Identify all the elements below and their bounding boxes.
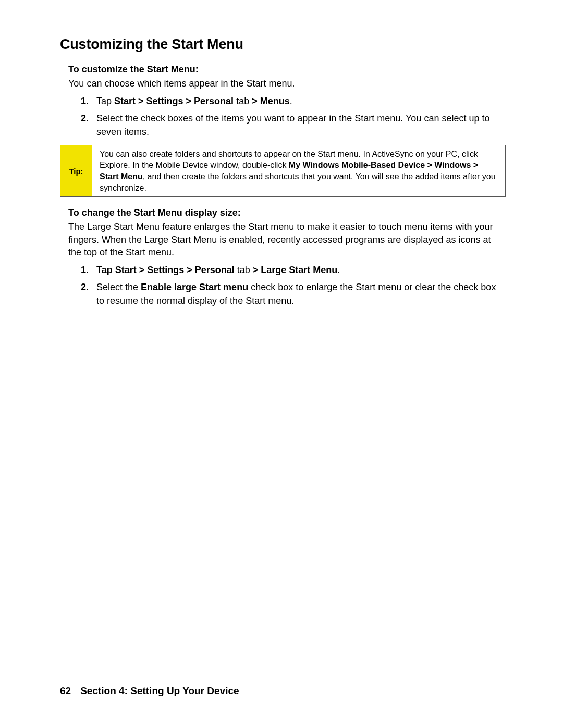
step-item: Select the check boxes of the items you … — [81, 112, 506, 138]
step-text: Select the — [96, 282, 141, 292]
tip-content: You can also create folders and shortcut… — [92, 145, 505, 196]
step-text: Select the check boxes of the items you … — [96, 113, 489, 137]
intro-display-size: The Large Start Menu feature enlarges th… — [68, 220, 506, 258]
step-bold: > Large Start Menu — [250, 265, 338, 275]
step-text: Tap — [96, 96, 114, 106]
tip-label: Tip: — [60, 145, 92, 196]
step-text: tab — [236, 96, 249, 106]
tip-box: Tip: You can also create folders and sho… — [60, 145, 506, 197]
subheading-display-size: To change the Start Menu display size: — [68, 207, 506, 218]
step-item: Tap Start > Settings > Personal tab > La… — [81, 264, 506, 277]
step-item: Select the Enable large Start menu check… — [81, 281, 506, 307]
page-footer: 62Section 4: Setting Up Your Device — [60, 685, 239, 697]
subheading-customize: To customize the Start Menu: — [68, 64, 506, 75]
page-content: Customizing the Start Menu To customize … — [0, 0, 563, 307]
step-bold: Tap Start > Settings > Personal — [96, 265, 237, 275]
step-text: . — [337, 265, 340, 275]
page-title: Customizing the Start Menu — [60, 36, 506, 53]
step-bold: > Menus — [249, 96, 290, 106]
step-bold: Enable large Start menu — [141, 282, 248, 292]
tip-text: , and then create the folders and shortc… — [100, 172, 496, 192]
step-bold: Start > Settings > Personal — [114, 96, 236, 106]
intro-customize: You can choose which items appear in the… — [68, 77, 506, 90]
footer-title: Section 4: Setting Up Your Device — [80, 685, 239, 696]
steps-display-size: Tap Start > Settings > Personal tab > La… — [81, 264, 506, 307]
step-item: Tap Start > Settings > Personal tab > Me… — [81, 95, 506, 108]
step-text: . — [290, 96, 292, 106]
step-text: tab — [237, 265, 250, 275]
page-number: 62 — [60, 685, 71, 696]
steps-customize: Tap Start > Settings > Personal tab > Me… — [81, 95, 506, 139]
